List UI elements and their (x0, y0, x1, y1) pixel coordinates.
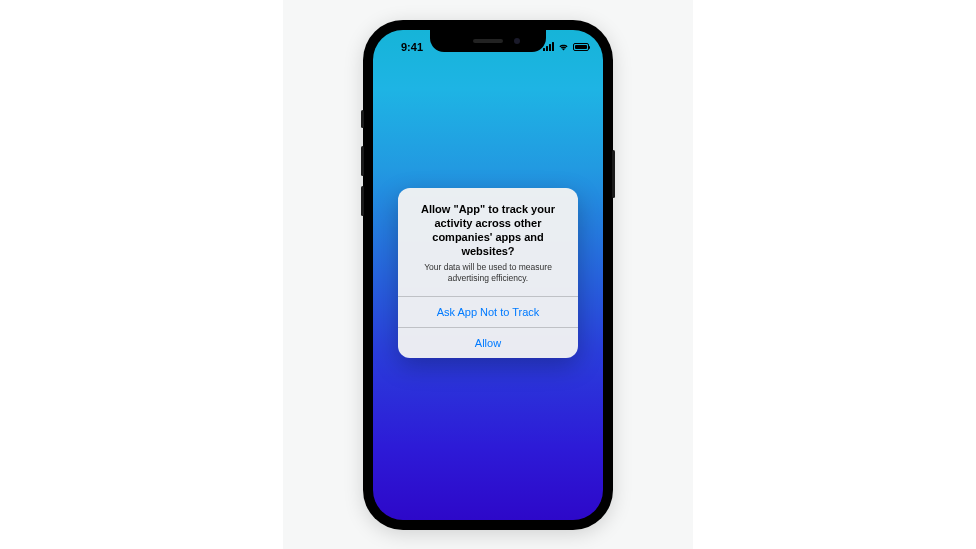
tracking-permission-alert: Allow "App" to track your activity acros… (398, 188, 578, 358)
iphone-device-frame: 9:41 (363, 20, 613, 530)
image-backdrop: 9:41 (283, 0, 693, 549)
speaker-grille (473, 39, 503, 43)
ask-not-to-track-button[interactable]: Ask App Not to Track (398, 296, 578, 327)
wifi-icon (558, 43, 569, 51)
phone-screen: 9:41 (373, 30, 603, 520)
front-camera (514, 38, 520, 44)
battery-icon (573, 43, 589, 51)
phone-side-buttons-left (361, 110, 364, 226)
alert-title: Allow "App" to track your activity acros… (410, 202, 566, 259)
allow-button[interactable]: Allow (398, 327, 578, 358)
status-time: 9:41 (387, 41, 437, 53)
alert-message: Your data will be used to measure advert… (410, 262, 566, 284)
phone-power-button (612, 150, 615, 198)
status-icons (539, 42, 589, 51)
alert-body: Allow "App" to track your activity acros… (398, 188, 578, 296)
phone-notch (430, 30, 546, 52)
